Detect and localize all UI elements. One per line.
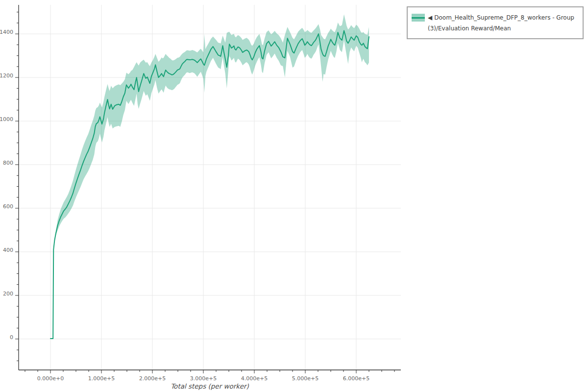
legend-swatch-line-icon: [412, 17, 425, 19]
svg-text:1400: 1400: [0, 29, 13, 35]
svg-text:200: 200: [3, 291, 13, 297]
svg-text:6.000e+5: 6.000e+5: [343, 375, 369, 382]
legend-series-swatch: [412, 14, 425, 22]
legend-toggle-icon[interactable]: ◀: [428, 14, 432, 21]
svg-text:800: 800: [3, 160, 13, 166]
legend: ◀Doom_Health_Supreme_DFP_8_workers - Gro…: [407, 6, 584, 39]
svg-text:400: 400: [3, 247, 13, 253]
svg-text:600: 600: [3, 203, 13, 210]
x-axis-label: Total steps (per worker): [171, 382, 249, 390]
svg-text:4.000e+5: 4.000e+5: [241, 375, 268, 382]
reward-mean-chart: 0.000e+01.000e+52.000e+53.000e+54.000e+5…: [0, 0, 588, 392]
legend-series-label[interactable]: ◀Doom_Health_Supreme_DFP_8_workers - Gro…: [428, 12, 579, 34]
svg-text:0: 0: [10, 334, 13, 341]
svg-text:0.000e+0: 0.000e+0: [37, 375, 64, 382]
svg-text:1000: 1000: [0, 116, 13, 122]
svg-text:3.000e+5: 3.000e+5: [190, 375, 217, 382]
legend-series-name: Doom_Health_Supreme_DFP_8_workers - Grou…: [428, 14, 574, 32]
svg-text:2.000e+5: 2.000e+5: [139, 375, 166, 382]
svg-text:1.000e+5: 1.000e+5: [88, 375, 115, 382]
svg-text:5.000e+5: 5.000e+5: [292, 375, 318, 382]
svg-text:1200: 1200: [0, 73, 13, 79]
chart-page: 0.000e+01.000e+52.000e+53.000e+54.000e+5…: [0, 0, 588, 392]
